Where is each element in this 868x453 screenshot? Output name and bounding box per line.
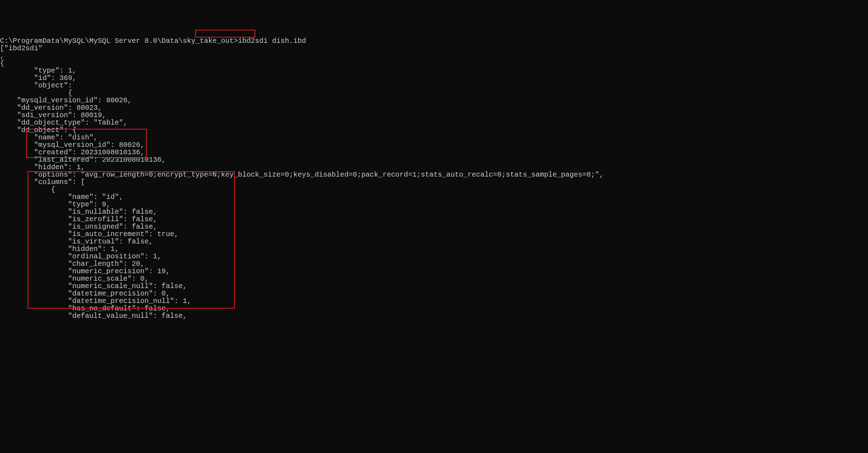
output-line: "default_value_null": false, (0, 312, 187, 320)
output-line: "dd_object_type": "Table", (0, 119, 127, 127)
output-line: "numeric_scale": 0, (0, 275, 149, 283)
output-line: "id": 369, (0, 74, 76, 82)
output-line: "last_altered": 20231008010136, (0, 156, 166, 164)
prompt-path: C:\ProgramData\MySQL\MySQL Server 8.0\Da… (0, 37, 238, 45)
output-line: "type": 9, (0, 200, 110, 208)
highlight-box-command (195, 30, 255, 38)
output-line: "object": (0, 81, 72, 90)
output-line: "ordinal_position": 1, (0, 252, 161, 260)
output-line: "dd_version": 80023, (0, 104, 102, 112)
output-line: "dd_object": { (0, 126, 76, 134)
output-line: "type": 1, (0, 67, 76, 75)
output-line: "is_virtual": false, (0, 237, 153, 246)
output-line: { (0, 89, 72, 97)
output-line: "name": "dish", (0, 133, 98, 142)
output-line: "options": "avg_row_length=0;encrypt_typ… (0, 171, 603, 179)
output-line: "has_no_default": false, (0, 304, 170, 312)
command-input: ibd2sdi dish.ibd (238, 37, 306, 45)
output-line: "mysql_version_id": 80026, (0, 141, 144, 149)
output-line: "sdi_version": 80019, (0, 111, 106, 119)
output-line: { (0, 59, 4, 67)
output-line: "numeric_precision": 19, (0, 267, 170, 275)
output-line: "created": 20231008010136, (0, 148, 144, 156)
output-line: "name": "id", (0, 193, 123, 201)
output-line: { (0, 185, 55, 194)
output-line: "numeric_scale_null": false, (0, 282, 187, 290)
terminal-output[interactable]: C:\ProgramData\MySQL\MySQL Server 8.0\Da… (0, 30, 868, 342)
output-line: "is_zerofill": false, (0, 215, 157, 223)
output-line: ["ibd2sdi" (0, 44, 42, 52)
output-line: "char_length": 20, (0, 260, 144, 268)
output-line: , (0, 52, 4, 60)
output-line: "is_auto_increment": true, (0, 230, 178, 238)
output-line: "columns": [ (0, 178, 85, 186)
output-line: "mysqld_version_id": 80026, (0, 96, 132, 104)
output-line: "hidden": 1, (0, 163, 85, 171)
output-line: "is_unsigned": false, (0, 223, 157, 231)
output-line: "is_nullable": false, (0, 208, 157, 216)
output-line: "datetime_precision": 0, (0, 289, 170, 298)
output-line: "datetime_precision_null": 1, (0, 297, 191, 305)
output-line: "hidden": 1, (0, 245, 119, 253)
